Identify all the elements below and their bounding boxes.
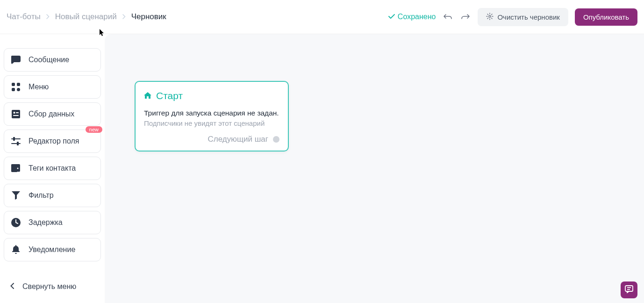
publish-button[interactable]: Опубликовать <box>575 8 637 26</box>
svg-rect-2 <box>12 83 15 86</box>
sidebar-item-label: Фильтр <box>29 191 54 200</box>
svg-rect-13 <box>17 142 19 145</box>
svg-rect-10 <box>11 138 21 139</box>
form-icon <box>11 109 21 119</box>
sidebar-item-label: Сообщение <box>29 56 69 64</box>
mouse-cursor-icon <box>100 29 105 36</box>
sidebar-item-label: Сбор данных <box>29 110 74 118</box>
check-icon <box>388 13 395 21</box>
clear-draft-label: Очистить черновик <box>497 13 560 21</box>
svg-rect-6 <box>12 110 20 118</box>
chevron-right-icon <box>46 13 50 21</box>
sidebar-item-filter[interactable]: Фильтр <box>4 184 101 207</box>
chevron-right-icon <box>122 13 126 21</box>
svg-rect-3 <box>17 83 20 86</box>
home-icon <box>144 90 151 101</box>
sidebar-item-notification[interactable]: Уведомление <box>4 238 101 261</box>
chat-fab-button[interactable] <box>621 281 637 298</box>
sidebar-item-label: Меню <box>29 83 49 91</box>
slider-icon <box>11 136 21 146</box>
chat-icon <box>625 285 633 295</box>
redo-button[interactable] <box>460 11 471 22</box>
collapse-menu-button[interactable]: Свернуть меню <box>4 277 101 296</box>
next-step[interactable]: Следующий шаг <box>144 135 279 144</box>
svg-rect-8 <box>16 112 19 113</box>
svg-point-7 <box>14 112 15 114</box>
tag-icon <box>11 163 21 173</box>
undo-button[interactable] <box>442 11 453 22</box>
chevron-left-icon <box>10 282 14 291</box>
breadcrumb-chatbots[interactable]: Чат-боты <box>7 12 41 22</box>
sidebar-item-message[interactable]: Сообщение <box>4 48 101 72</box>
bell-icon <box>11 245 21 255</box>
canvas[interactable]: Старт Триггер для запуска сценария не за… <box>105 34 644 303</box>
breadcrumb-new-scenario[interactable]: Новый сценарий <box>55 12 117 22</box>
svg-rect-16 <box>625 286 633 291</box>
svg-rect-1 <box>11 56 21 62</box>
start-node-title-row: Старт <box>144 90 279 101</box>
start-node-subscribers-text: Подписчики не увидят этот сценарий <box>144 119 279 127</box>
clock-icon <box>11 217 21 228</box>
svg-point-14 <box>17 168 19 169</box>
header: Чат-боты Новый сценарий Черновик Сохране… <box>0 0 644 34</box>
message-icon <box>11 55 21 65</box>
next-step-label: Следующий шаг <box>208 135 268 144</box>
collapse-label: Свернуть меню <box>22 282 76 291</box>
saved-label: Сохранено <box>398 13 436 21</box>
svg-point-5 <box>17 88 20 91</box>
wand-icon <box>486 13 494 22</box>
sidebar-item-tags[interactable]: Теги контакта <box>4 157 101 180</box>
sidebar: Сообщение Меню Сбор данных Редактор поля <box>0 34 105 303</box>
svg-rect-9 <box>13 115 19 116</box>
sidebar-item-delay[interactable]: Задержка <box>4 211 101 234</box>
svg-rect-12 <box>13 137 15 141</box>
svg-rect-11 <box>11 143 21 144</box>
sidebar-item-field-editor[interactable]: Редактор поля new <box>4 130 101 153</box>
breadcrumb-draft: Черновик <box>131 12 166 22</box>
sidebar-item-label: Редактор поля <box>29 137 79 145</box>
breadcrumb: Чат-боты Новый сценарий Черновик <box>7 12 166 22</box>
funnel-icon <box>11 190 21 201</box>
clear-draft-button[interactable]: Очистить черновик <box>478 8 568 26</box>
sidebar-item-label: Уведомление <box>29 245 75 254</box>
header-actions: Сохранено Очистить черновик Опубликовать <box>388 8 637 26</box>
start-node-trigger-text: Триггер для запуска сценария не задан. <box>144 108 279 118</box>
sidebar-item-datacollect[interactable]: Сбор данных <box>4 102 101 126</box>
start-node-title: Старт <box>156 90 183 101</box>
sidebar-item-label: Теги контакта <box>29 164 76 173</box>
sidebar-item-label: Задержка <box>29 218 63 227</box>
publish-label: Опубликовать <box>583 13 629 21</box>
grid-icon <box>11 82 21 92</box>
new-badge: new <box>86 126 102 133</box>
start-node[interactable]: Старт Триггер для запуска сценария не за… <box>135 81 289 152</box>
saved-status: Сохранено <box>388 13 436 21</box>
connector-dot-icon[interactable] <box>273 136 279 143</box>
svg-rect-4 <box>12 88 15 91</box>
svg-point-0 <box>489 15 491 17</box>
sidebar-item-menu[interactable]: Меню <box>4 75 101 99</box>
